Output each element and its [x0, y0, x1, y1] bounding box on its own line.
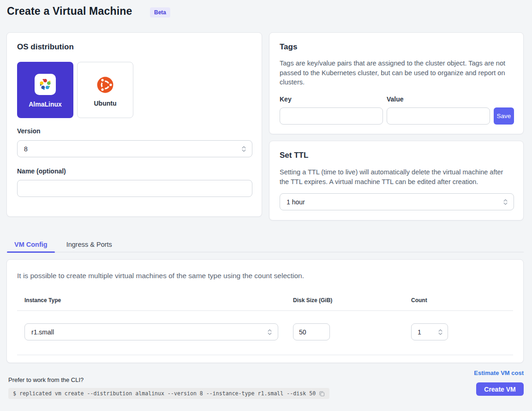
cli-command-block: $ replicated vm create --distribution al… [8, 388, 329, 399]
vm-name-input[interactable] [17, 180, 252, 197]
table-row-divider [17, 355, 513, 355]
instance-type-value: r1.small [31, 328, 267, 336]
ubuntu-icon [96, 76, 114, 94]
config-tabs: VM Config Ingress & Ports [7, 233, 524, 252]
ttl-select[interactable]: 1 hour [280, 193, 514, 210]
chevron-up-down-icon [267, 328, 272, 336]
tab-vm-config[interactable]: VM Config [7, 233, 55, 252]
vm-config-card: It is possible to create multiple virtua… [6, 259, 524, 363]
tag-value-input[interactable] [387, 107, 490, 125]
ttl-card-title: Set TTL [280, 151, 308, 160]
page-title: Create a Virtual Machine [7, 5, 132, 18]
chevron-up-down-icon [438, 328, 443, 336]
vm-config-description: It is possible to create multiple virtua… [17, 272, 304, 280]
almalinux-label: AlmaLinux [29, 101, 62, 108]
distribution-tile-almalinux[interactable]: AlmaLinux [17, 62, 73, 118]
save-tag-button[interactable]: Save [494, 107, 514, 125]
create-vm-button[interactable]: Create VM [476, 382, 524, 396]
tags-card: Tags Tags are key/value pairs that are a… [269, 32, 524, 134]
disk-size-input[interactable] [293, 323, 330, 340]
os-card-title: OS distribution [17, 42, 74, 52]
count-stepper[interactable]: 1 [411, 323, 448, 340]
set-ttl-card: Set TTL Setting a TTL (time to live) wil… [269, 141, 524, 220]
instance-type-select[interactable]: r1.small [24, 323, 278, 340]
cli-command-text: $ replicated vm create --distribution al… [13, 390, 316, 397]
ttl-description: Setting a TTL (time to live) will automa… [280, 167, 514, 186]
os-distribution-card: OS distribution AlmaLinux [6, 32, 262, 217]
beta-badge: Beta [150, 7, 170, 18]
ubuntu-label: Ubuntu [94, 100, 117, 107]
cli-prompt-text: Prefer to work from the CLI? [8, 376, 84, 383]
version-select[interactable]: 8 [17, 140, 252, 157]
tag-key-input[interactable] [280, 107, 383, 125]
create-vm-page: Create a Virtual Machine Beta OS distrib… [0, 0, 532, 411]
table-header-divider [17, 310, 513, 311]
tags-description: Tags are key/value pairs that are assign… [280, 59, 514, 87]
tags-card-title: Tags [280, 42, 297, 52]
ttl-select-value: 1 hour [287, 198, 503, 206]
tag-key-label: Key [280, 95, 292, 103]
estimate-vm-cost-link[interactable]: Estimate VM cost [474, 369, 524, 376]
version-label: Version [17, 127, 41, 135]
count-value: 1 [418, 328, 438, 336]
tag-value-label: Value [387, 95, 404, 103]
distribution-tile-ubuntu[interactable]: Ubuntu [77, 62, 133, 118]
version-select-value: 8 [24, 145, 241, 153]
almalinux-icon [35, 74, 56, 95]
tab-ingress-ports[interactable]: Ingress & Ports [59, 233, 120, 252]
copy-icon[interactable] [319, 391, 325, 397]
chevron-up-down-icon [241, 145, 246, 153]
column-header-instance-type: Instance Type [24, 297, 61, 304]
chevron-up-down-icon [503, 198, 508, 206]
column-header-count: Count [411, 297, 427, 304]
column-header-disk-size: Disk Size (GiB) [293, 297, 332, 304]
vm-name-label: Name (optional) [17, 167, 66, 175]
